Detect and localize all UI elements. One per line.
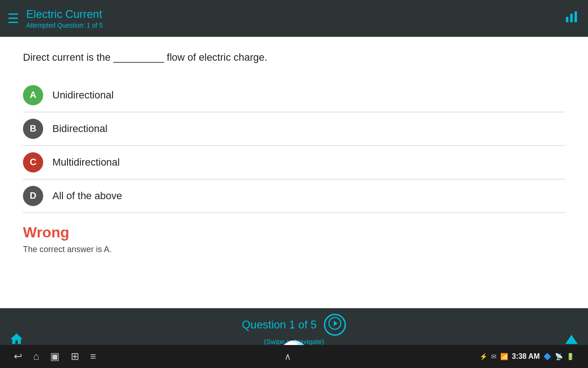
attempted-question-subtitle: Attempted Question: 1 of 5 [26,22,103,29]
wrong-text: Wrong [23,224,565,241]
app-title: Electric Current [26,8,103,21]
recent-nav-icon[interactable]: ▣ [50,351,60,362]
top-bar: ☰ Electric Current Attempted Question: 1… [0,0,588,37]
time-display: 3:38 AM [512,352,540,361]
svg-marker-4 [334,321,338,326]
option-a-circle: A [23,85,43,105]
svg-rect-1 [570,14,572,23]
result-section: Wrong The correct answer is A. [23,224,565,254]
option-d[interactable]: D All of the above [23,179,565,213]
stats-icon[interactable] [564,10,579,28]
correct-answer-text: The correct answer is A. [23,245,565,254]
question-counter: Question 1 of 5 [242,318,317,331]
signal-icon: 📶 [500,353,508,360]
option-b-circle: B [23,119,43,139]
option-b[interactable]: B Bidirectional [23,112,565,146]
usb-icon: ⚡ [480,353,487,360]
question-nav: Question 1 of 5 [242,314,346,336]
nav-icons-left: ↩ ⌂ ▣ ⊞ ≡ [14,351,96,362]
battery-icon: 🔋 [566,353,574,360]
option-d-circle: D [23,186,43,206]
next-button[interactable] [324,314,346,336]
option-d-label: All of the above [52,190,122,202]
qr-nav-icon[interactable]: ⊞ [71,351,79,362]
option-c-label: Multidirectional [52,156,120,168]
option-c-circle: C [23,152,43,172]
option-a-label: Unidirectional [52,89,113,101]
option-b-label: Bidirectional [52,123,107,135]
title-group: Electric Current Attempted Question: 1 o… [26,8,103,29]
menu-nav-icon[interactable]: ≡ [90,351,96,362]
question-text: Direct current is the _________ flow of … [23,51,565,65]
up-nav-icon[interactable]: ∧ [284,351,291,362]
svg-rect-0 [566,17,568,23]
option-c[interactable]: C Multidirectional [23,146,565,179]
next-arrow-icon [328,317,341,333]
back-nav-icon[interactable]: ↩ [14,351,22,362]
svg-marker-5 [565,335,578,344]
status-icons: ⚡ ✉ 📶 3:38 AM 🔷 📡 🔋 [480,352,574,361]
svg-rect-2 [575,12,577,23]
wifi-icon: 📡 [555,353,563,360]
menu-icon[interactable]: ☰ [7,11,19,26]
home-nav-icon[interactable]: ⌂ [33,351,39,362]
bluetooth-icon: 🔷 [543,353,551,360]
main-content: Direct current is the _________ flow of … [0,37,588,308]
option-a[interactable]: A Unidirectional [23,79,565,112]
email-icon: ✉ [491,353,497,360]
nav-bar: ↩ ⌂ ▣ ⊞ ≡ ∧ ⚡ ✉ 📶 3:38 AM 🔷 📡 🔋 [0,345,588,368]
